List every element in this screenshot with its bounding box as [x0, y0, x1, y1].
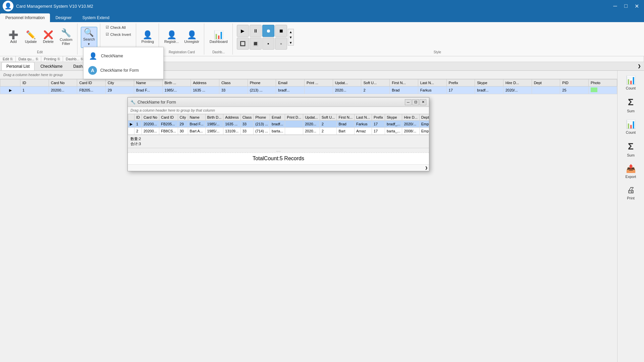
pcol-id[interactable]: ID [135, 114, 142, 121]
col-first-n[interactable]: First N... [390, 79, 418, 86]
col-hire-d[interactable]: Hire D... [503, 79, 532, 86]
style-scroll-down[interactable]: ▼ [288, 40, 293, 45]
popup-scroll-right[interactable]: ❯ [425, 166, 428, 170]
col-class[interactable]: Class [219, 79, 248, 86]
pcell-dept: Emplo... [419, 121, 429, 128]
col-city[interactable]: City [106, 79, 134, 86]
cell-soft-u: 2 [361, 86, 390, 94]
popup-bottom-scroll[interactable]: ❯ [128, 164, 429, 171]
tab-designer[interactable]: Designer [50, 13, 77, 22]
col-id[interactable]: ID [20, 79, 49, 86]
col-photo[interactable]: Photo [589, 79, 617, 86]
pcol-updated[interactable]: Updat... [303, 114, 320, 121]
pcol-soft-u[interactable]: Soft U... [320, 114, 337, 121]
col-birth[interactable]: Birth ... [162, 79, 191, 86]
tab-personnel-information[interactable]: Personnel Information [0, 13, 50, 22]
count-bottom-button[interactable]: 📊 Count [620, 118, 642, 136]
pcell-last-n: Farkus [354, 121, 372, 128]
pcol-phone[interactable]: Phone [254, 114, 270, 121]
col-name[interactable]: Name [134, 79, 162, 86]
col-dept[interactable]: Dept [532, 79, 560, 86]
printing-expander[interactable]: ⎘ [58, 57, 60, 61]
pcol-skype[interactable]: Skype [385, 114, 402, 121]
dropdown-item-checkname-form[interactable]: A CheckName for Form [84, 63, 163, 77]
sum-bottom-button[interactable]: Σ Sum [620, 139, 642, 159]
collapse-tabs[interactable]: ❯ [636, 62, 643, 70]
check-all-button[interactable]: ☑ Check All [104, 24, 133, 31]
style-btn-6[interactable]: 🔳 [250, 38, 262, 50]
pcol-print-d[interactable]: Print D... [285, 114, 303, 121]
col-card-id[interactable]: Card ID [77, 79, 106, 86]
tab-personal-list[interactable]: Personal List [1, 62, 35, 70]
pcol-card-no[interactable]: Card No [142, 114, 159, 121]
popup-table-row[interactable]: 2 20200... FB8CS... 30 Bart A... 1985/..… [128, 128, 429, 135]
dashboard-button[interactable]: 📊 Dashboard [208, 29, 230, 45]
pcol-card-id[interactable]: Card ID [159, 114, 178, 121]
dashboard-expander[interactable]: ⎘ [81, 57, 83, 61]
pcol-first-n[interactable]: First N... [337, 114, 355, 121]
export-button[interactable]: 📤 Export [620, 162, 642, 181]
style-btn-8[interactable]: ▫ [275, 38, 287, 50]
col-email[interactable]: Email [276, 79, 305, 86]
col-card-no[interactable]: Card No [49, 79, 77, 86]
edit-expander[interactable]: ⎘ [10, 57, 13, 61]
col-address[interactable]: Address [191, 79, 219, 86]
search-button[interactable]: 🔍 Search ▾ [81, 27, 97, 48]
dataquality-expander[interactable]: ⎘ [36, 57, 38, 61]
style-btn-2[interactable]: ⏸ [250, 25, 262, 37]
dropdown-item-checkname[interactable]: 👤 CheckName [84, 49, 163, 63]
custom-filter-button[interactable]: 🔧 CustomFilter [58, 27, 74, 47]
style-scroll-middle[interactable]: ▼ [288, 35, 293, 40]
col-prefix[interactable]: Prefix [446, 79, 475, 86]
popup-grid[interactable]: ID Card No Card ID City Name Birth D... … [128, 114, 429, 135]
cell-print [305, 86, 333, 94]
delete-button[interactable]: ❌ Delete [40, 29, 56, 45]
pcol-class[interactable]: Class [240, 114, 254, 121]
col-updated[interactable]: Updat... [333, 79, 361, 86]
col-skype[interactable]: Skype [475, 79, 503, 86]
col-print[interactable]: Print ... [305, 79, 333, 86]
unregister-button[interactable]: 👤 Unregistr [182, 29, 201, 45]
pcol-dept[interactable]: Dept [419, 114, 429, 121]
print-button[interactable]: 🖨 Print [620, 183, 642, 202]
col-soft-u[interactable]: Soft U... [361, 79, 390, 86]
pcol-email[interactable]: Email [270, 114, 285, 121]
minimize-button[interactable]: ─ [610, 1, 620, 11]
popup-minimize-button[interactable]: ─ [405, 99, 412, 105]
maximize-button[interactable]: □ [621, 1, 631, 11]
pcol-city[interactable]: City [178, 114, 188, 121]
col-phone[interactable]: Phone [248, 79, 276, 86]
ribbon-group-style: ▶ ⏸ ⏺ ⏹ 🔲 🔳 ▪ ▫ ▲ ▼ ▼ S [233, 23, 641, 55]
pcol-address[interactable]: Address [223, 114, 240, 121]
table-row[interactable]: ▶ 1 20200... FB205... 29 Brad F... 1985/… [0, 86, 617, 94]
pcol-birth[interactable]: Birth D... [205, 114, 223, 121]
sum-top-button[interactable]: Σ Sum [620, 95, 642, 115]
popup-table-row[interactable]: ▶ 1 20200... FB205... 29 Brad F... 1985/… [128, 121, 429, 128]
style-btn-5[interactable]: 🔲 [237, 38, 249, 50]
close-button[interactable]: ✕ [632, 1, 641, 11]
pcol-last-n[interactable]: Last N... [354, 114, 372, 121]
pcol-hire-d[interactable]: Hire D... [402, 114, 419, 121]
style-btn-1[interactable]: ▶ [237, 25, 249, 37]
style-btn-3[interactable]: ⏺ [262, 25, 274, 37]
cell-pid: 25 [560, 86, 589, 94]
unregister-icon: 👤 [187, 31, 197, 39]
pcol-prefix[interactable]: Prefix [372, 114, 385, 121]
style-btn-4[interactable]: ⏹ [275, 25, 287, 37]
pcol-name[interactable]: Name [188, 114, 205, 121]
popup-close-button[interactable]: ✕ [420, 99, 426, 105]
popup-sum-label: 合计:3 [130, 141, 426, 146]
tab-system-extend[interactable]: System Extend [77, 13, 115, 22]
count-top-button[interactable]: 📊 Count [620, 73, 642, 92]
printing-button[interactable]: 👤 Printing [140, 29, 156, 45]
style-btn-7[interactable]: ▪ [262, 38, 274, 50]
add-button[interactable]: ➕ Add [5, 29, 21, 45]
popup-restore-button[interactable]: ⊡ [412, 99, 419, 105]
col-last-n[interactable]: Last N... [418, 79, 446, 86]
registration-button[interactable]: 👤 Registr... [162, 29, 181, 45]
col-pid[interactable]: PID [560, 79, 589, 86]
style-scroll-up[interactable]: ▲ [288, 29, 293, 35]
update-button[interactable]: ✏️ Update [23, 29, 39, 45]
tab-checkname[interactable]: CheckName [35, 62, 67, 70]
check-invert-button[interactable]: ☑ Check Invert [104, 31, 133, 38]
